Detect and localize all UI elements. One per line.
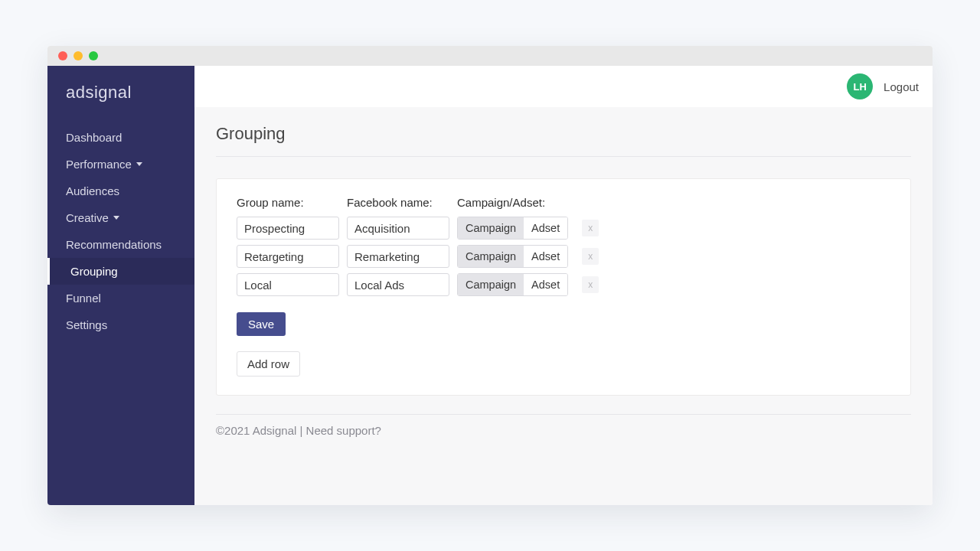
column-header-group-name: Group name: [237,196,339,209]
main-area: LH Logout Grouping Group name: Facebook … [194,66,933,505]
content-wrap: Grouping Group name: Facebook name: Camp… [194,107,933,505]
sidebar-item-label: Funnel [66,292,101,305]
avatar[interactable]: LH [847,73,873,99]
save-button[interactable]: Save [237,312,286,336]
delete-row-button[interactable]: x [582,276,599,293]
campaign-adset-toggle: Campaign Adset [457,273,568,296]
chevron-down-icon [136,162,142,166]
brand-logo: adsignal [47,66,194,124]
sidebar-nav: Dashboard Performance Audiences Creative… [47,124,194,338]
sidebar-item-label: Audiences [66,184,119,197]
divider [216,414,911,415]
page-title: Grouping [216,124,911,144]
campaign-adset-toggle: Campaign Adset [457,217,568,240]
divider [216,156,911,157]
sidebar-item-label: Grouping [70,265,118,278]
toggle-adset[interactable]: Adset [524,217,567,239]
sidebar-item-label: Settings [66,318,107,331]
topbar: LH Logout [194,66,933,107]
add-row-button[interactable]: Add row [237,351,300,377]
app-window: adsignal Dashboard Performance Audiences… [47,46,933,505]
window-titlebar [47,46,933,66]
sidebar-item-settings[interactable]: Settings [47,311,194,338]
group-name-input[interactable] [237,217,339,240]
window-close-icon[interactable] [58,51,67,60]
grouping-card: Group name: Facebook name: Campaign/Adse… [216,178,911,396]
facebook-name-input[interactable] [347,217,449,240]
sidebar-item-funnel[interactable]: Funnel [47,285,194,311]
page-inner: Grouping Group name: Facebook name: Camp… [194,107,933,437]
sidebar-item-label: Performance [66,158,132,171]
sidebar-item-performance[interactable]: Performance [47,151,194,178]
sidebar-item-label: Recommendations [66,238,162,251]
column-headers: Group name: Facebook name: Campaign/Adse… [237,196,890,209]
sidebar-item-recommendations[interactable]: Recommendations [47,231,194,258]
footer: ©2021 Adsignal | Need support? [216,424,911,437]
app-body: adsignal Dashboard Performance Audiences… [47,66,933,505]
toggle-campaign[interactable]: Campaign [458,274,524,295]
sidebar: adsignal Dashboard Performance Audiences… [47,66,194,505]
sidebar-item-label: Dashboard [66,131,122,144]
column-header-campaign-adset: Campaign/Adset: [457,196,557,209]
sidebar-item-audiences[interactable]: Audiences [47,178,194,204]
sidebar-item-creative[interactable]: Creative [47,204,194,231]
sidebar-item-label: Creative [66,211,109,224]
footer-copyright: ©2021 Adsignal [216,424,296,437]
group-row: Campaign Adset x [237,217,890,240]
group-name-input[interactable] [237,273,339,296]
logout-link[interactable]: Logout [884,80,919,93]
group-row: Campaign Adset x [237,245,890,268]
toggle-campaign[interactable]: Campaign [458,246,524,267]
toggle-adset[interactable]: Adset [524,274,567,295]
toggle-campaign[interactable]: Campaign [458,217,524,239]
facebook-name-input[interactable] [347,273,449,296]
toggle-adset[interactable]: Adset [524,246,567,267]
chevron-down-icon [113,216,119,220]
sidebar-item-dashboard[interactable]: Dashboard [47,124,194,151]
footer-sep: | [296,424,305,437]
group-row: Campaign Adset x [237,273,890,296]
window-maximize-icon[interactable] [89,51,98,60]
column-header-facebook-name: Facebook name: [347,196,449,209]
window-minimize-icon[interactable] [74,51,83,60]
delete-row-button[interactable]: x [582,248,599,265]
sidebar-item-grouping[interactable]: Grouping [47,258,194,285]
campaign-adset-toggle: Campaign Adset [457,245,568,268]
support-link[interactable]: Need support? [306,424,381,437]
facebook-name-input[interactable] [347,245,449,268]
group-name-input[interactable] [237,245,339,268]
delete-row-button[interactable]: x [582,220,599,236]
